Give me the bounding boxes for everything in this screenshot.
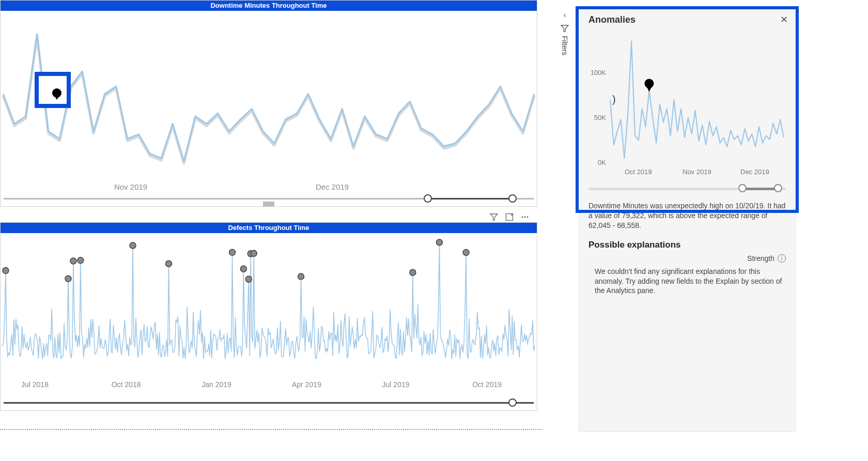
defects-chart-title: Defects Throughout Time	[1, 223, 537, 233]
slider-handle-end[interactable]	[508, 194, 517, 203]
defects-chart-card[interactable]: Defects Throughout Time Jul 2018Oct 2018…	[0, 222, 537, 411]
filters-pane-collapsed[interactable]: ‹ Filters	[558, 10, 571, 55]
slider-handle-start[interactable]	[424, 194, 432, 203]
svg-point-20	[463, 249, 469, 255]
slider-handle-end[interactable]	[508, 398, 517, 407]
report-canvas: Downtime Minutes Throughout Time Nov 201…	[0, 0, 542, 424]
svg-text:0K: 0K	[598, 159, 606, 166]
resize-grip[interactable]	[263, 202, 274, 207]
svg-text:100K: 100K	[591, 69, 607, 76]
svg-text:Jan 2019: Jan 2019	[202, 380, 231, 389]
svg-text:Jul 2019: Jul 2019	[382, 380, 410, 389]
svg-point-5	[527, 217, 529, 218]
svg-point-19	[436, 239, 442, 245]
defects-range-slider[interactable]	[4, 398, 534, 407]
chevron-left-icon[interactable]: ‹	[564, 10, 566, 19]
downtime-chart-card[interactable]: Downtime Minutes Throughout Time Nov 201…	[0, 0, 537, 207]
slider-handle-start[interactable]	[738, 184, 747, 192]
anomaly-description: Downtime Minutes was unexpectedly high o…	[579, 196, 795, 233]
svg-point-3	[522, 217, 523, 218]
more-options-icon[interactable]	[520, 212, 530, 222]
svg-point-4	[524, 217, 526, 218]
anomalies-mini-chart[interactable]: 100K50K0KOct 2019Nov 2019Dec 2019)	[586, 32, 788, 181]
svg-point-11	[166, 260, 172, 267]
svg-point-18	[410, 269, 416, 275]
svg-text:Dec 2019: Dec 2019	[740, 168, 769, 176]
svg-text:Nov 2019: Nov 2019	[114, 182, 147, 191]
anomalies-range-slider[interactable]	[588, 183, 786, 193]
svg-point-7	[65, 275, 71, 282]
strength-label: Strength	[747, 254, 774, 263]
svg-text:Oct 2019: Oct 2019	[625, 168, 652, 176]
svg-text:Jul 2018: Jul 2018	[21, 380, 49, 389]
explanations-text: We couldn't find any significant explana…	[579, 265, 795, 298]
possible-explanations-title: Possible explanations	[579, 233, 795, 252]
anomalies-panel: Anomalies ✕ 100K50K0KOct 2019Nov 2019Dec…	[579, 8, 796, 432]
defects-line-chart[interactable]: Jul 2018Oct 2018Jan 2019Apr 2019Jul 2019…	[1, 233, 537, 398]
canvas-divider	[0, 429, 542, 430]
svg-point-6	[3, 268, 9, 274]
svg-text:Dec 2019: Dec 2019	[316, 182, 349, 191]
info-icon[interactable]: i	[778, 254, 786, 263]
svg-text:Apr 2019: Apr 2019	[292, 380, 321, 389]
filter-icon[interactable]	[561, 24, 569, 33]
defects-chart-body[interactable]: Jul 2018Oct 2018Jan 2019Apr 2019Jul 2019…	[1, 233, 537, 410]
svg-point-17	[298, 273, 304, 280]
close-icon[interactable]: ✕	[780, 14, 788, 25]
focus-mode-icon[interactable]	[504, 212, 515, 222]
slider-handle-end[interactable]	[774, 184, 782, 192]
svg-text:Oct 2019: Oct 2019	[472, 380, 502, 389]
anomalies-title: Anomalies	[588, 14, 636, 25]
anomaly-marker-icon[interactable]	[52, 88, 61, 98]
svg-text:): )	[612, 94, 616, 105]
svg-point-12	[229, 249, 236, 255]
downtime-chart-title: Downtime Minutes Throughout Time	[1, 1, 537, 11]
svg-point-14	[245, 276, 252, 282]
downtime-chart-body[interactable]: Nov 2019Dec 2019	[1, 11, 537, 206]
svg-text:50K: 50K	[594, 114, 606, 121]
svg-text:Oct 2018: Oct 2018	[112, 380, 141, 389]
anomaly-highlight-box	[35, 72, 71, 108]
svg-point-8	[70, 258, 76, 264]
svg-point-10	[130, 242, 136, 249]
filters-label: Filters	[561, 36, 569, 55]
filter-icon[interactable]	[489, 212, 499, 222]
downtime-line-chart[interactable]: Nov 2019Dec 2019	[1, 11, 537, 197]
svg-point-13	[240, 266, 246, 272]
svg-point-9	[78, 257, 84, 264]
svg-point-16	[251, 250, 257, 256]
svg-text:Nov 2019: Nov 2019	[683, 168, 711, 176]
